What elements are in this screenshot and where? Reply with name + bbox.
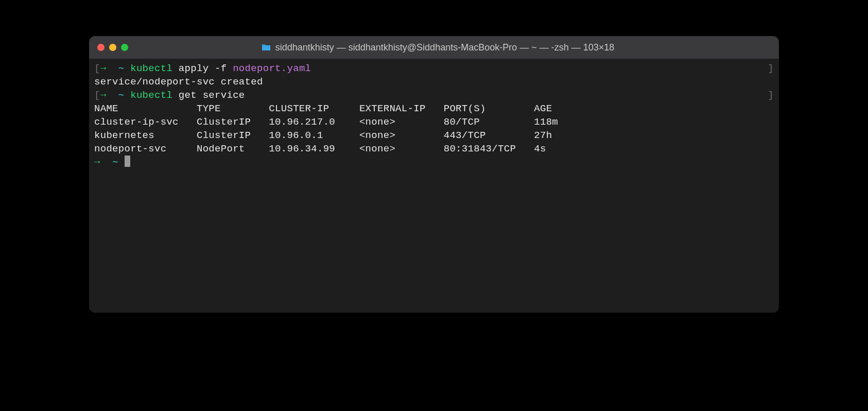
prompt-bracket: [ xyxy=(94,63,100,74)
title-content: siddhantkhisty — siddhantkhisty@Siddhant… xyxy=(105,42,771,53)
prompt-arrow: → xyxy=(94,157,100,168)
prompt-arrow: → xyxy=(100,90,107,101)
prompt-bracket: ] xyxy=(768,62,774,75)
close-button[interactable] xyxy=(97,44,105,51)
command-args: apply -f xyxy=(179,63,227,74)
terminal-line: [→ ~ kubectl get service] xyxy=(94,89,774,102)
command-filename: nodeport.yaml xyxy=(233,63,311,74)
window-titlebar: siddhantkhisty — siddhantkhisty@Siddhant… xyxy=(89,36,779,59)
command-kubectl: kubectl xyxy=(130,63,172,74)
terminal-line: [→ ~ kubectl apply -f nodeport.yaml] xyxy=(94,62,774,75)
cursor xyxy=(125,156,130,167)
prompt-path: ~ xyxy=(118,90,125,101)
terminal-prompt[interactable]: → ~ xyxy=(94,156,774,169)
table-row: cluster-ip-svc ClusterIP 10.96.217.0 <no… xyxy=(94,115,774,129)
prompt-path: ~ xyxy=(112,157,118,168)
terminal-body[interactable]: [→ ~ kubectl apply -f nodeport.yaml]serv… xyxy=(89,59,779,313)
prompt-arrow: → xyxy=(100,63,107,74)
terminal-window: siddhantkhisty — siddhantkhisty@Siddhant… xyxy=(89,36,779,313)
table-row: kubernetes ClusterIP 10.96.0.1 <none> 44… xyxy=(94,129,774,142)
table-header-row: NAME TYPE CLUSTER-IP EXTERNAL-IP PORT(S)… xyxy=(94,102,774,115)
prompt-bracket: ] xyxy=(768,89,774,102)
terminal-output: service/nodeport-svc created xyxy=(94,75,774,89)
command-kubectl: kubectl xyxy=(130,90,172,101)
prompt-bracket: [ xyxy=(94,90,100,101)
table-row: nodeport-svc NodePort 10.96.34.99 <none>… xyxy=(94,142,774,156)
window-title: siddhantkhisty — siddhantkhisty@Siddhant… xyxy=(275,42,615,53)
command-args: get service xyxy=(179,90,245,101)
prompt-path: ~ xyxy=(118,63,125,74)
folder-icon xyxy=(261,43,271,52)
